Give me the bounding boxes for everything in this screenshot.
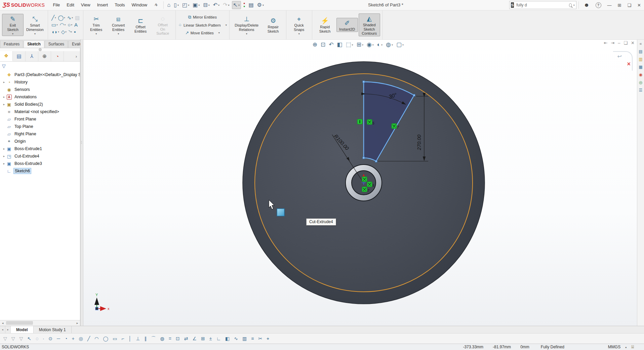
- move-entities-button[interactable]: ↗ Move Entities ▾: [184, 30, 221, 36]
- tree-horizontal-scrollbar[interactable]: ◂ ▸: [0, 320, 80, 326]
- chevron-down-icon[interactable]: ▾: [71, 24, 72, 26]
- chevron-down-icon[interactable]: ▾: [218, 31, 220, 34]
- grid-snap-icon[interactable]: ⊞: [201, 336, 205, 341]
- tree-material[interactable]: ≡Material <not specified>: [0, 108, 80, 115]
- chevron-down-icon[interactable]: ▾: [298, 32, 300, 35]
- tree-annotations[interactable]: ▸AAnnotations: [0, 93, 80, 101]
- tab-sketch[interactable]: Sketch: [24, 40, 44, 48]
- status-units[interactable]: MMGS ▴ ⌸: [608, 344, 634, 350]
- snap-midpoints-icon[interactable]: ─: [57, 336, 60, 341]
- tab-scroll-right-icon[interactable]: ▸: [5, 326, 11, 333]
- pane-left-icon[interactable]: ⇤: [604, 40, 607, 45]
- panel-viewport-splitter[interactable]: ⁞: [80, 40, 83, 326]
- chevron-down-icon[interactable]: ▾: [188, 4, 189, 7]
- trim-entities-button[interactable]: ✂ Trim Entities ▾: [85, 14, 107, 36]
- menu-window[interactable]: Window: [128, 0, 151, 10]
- tree-top-plane[interactable]: ▱Top Plane: [0, 123, 80, 130]
- section-view-icon[interactable]: ◧: [336, 41, 343, 48]
- collapse-pane-icon[interactable]: «: [640, 42, 642, 46]
- fillet-tool-icon[interactable]: ◝▾: [68, 29, 73, 35]
- filter-edges-icon[interactable]: ▽: [11, 336, 15, 341]
- chevron-down-icon[interactable]: ▾: [55, 16, 56, 19]
- pin-icon[interactable]: ⚑: [153, 2, 159, 8]
- snap-length-icon[interactable]: ±: [209, 336, 212, 341]
- tree-sensors[interactable]: ◉Sensors: [0, 86, 80, 93]
- graphics-viewport[interactable]: R100.00 30° 270.00 5757 Y x: [83, 40, 644, 326]
- select-icon[interactable]: ↖▾: [232, 1, 241, 9]
- chevron-down-icon[interactable]: ▾: [34, 32, 36, 35]
- point-tool-icon[interactable]: ▪: [73, 29, 76, 35]
- apply-scene-icon[interactable]: ◍▾: [385, 41, 394, 48]
- polygon-tool-icon[interactable]: ◇▾: [61, 29, 67, 35]
- scroll-right-icon[interactable]: ▸: [75, 321, 80, 325]
- exit-sketch-corner-icon[interactable]: ↩: [617, 53, 622, 60]
- edit-appearance-icon[interactable]: ◐▾: [376, 41, 384, 48]
- help-icon[interactable]: ?: [593, 0, 604, 10]
- units-value[interactable]: MMGS: [608, 345, 620, 349]
- minimize-button[interactable]: —: [604, 0, 615, 10]
- chevron-down-icon[interactable]: ▾: [352, 43, 353, 46]
- circle-tool-icon[interactable]: ◯▾: [57, 15, 66, 21]
- ortho-mode-icon[interactable]: ∟: [216, 336, 221, 341]
- lasso-select-icon[interactable]: ◌: [36, 336, 38, 341]
- expand-arrow-icon[interactable]: ▸: [2, 154, 6, 158]
- convert-entities-button[interactable]: ⧈ Convert Entities ▾: [108, 14, 129, 36]
- display-delete-relations-button[interactable]: ⊥ Display/Delete Relations ▾: [232, 14, 262, 36]
- scene-icon[interactable]: ◎: [639, 80, 642, 84]
- tree-cut-extrude4[interactable]: ▸◳Cut-Extrude4: [0, 152, 80, 160]
- tree-boss-extrude3[interactable]: ▸▣Boss-Extrude3: [0, 160, 80, 167]
- chevron-down-icon[interactable]: ▾: [65, 24, 66, 26]
- expand-arrow-icon[interactable]: ▸: [2, 80, 6, 84]
- offset-tool-icon[interactable]: ≡: [251, 336, 254, 341]
- chevron-down-icon[interactable]: ▾: [65, 31, 67, 33]
- chevron-down-icon[interactable]: ▾: [64, 16, 65, 19]
- save-icon[interactable]: ▣▾: [192, 1, 201, 9]
- instant2d-button[interactable]: ✐ Instant2D: [336, 18, 358, 32]
- undo-icon[interactable]: ↶▾: [212, 1, 220, 9]
- doc-minimize-icon[interactable]: –: [618, 40, 620, 45]
- tag-icon[interactable]: ⌸: [631, 344, 634, 350]
- chevron-down-icon[interactable]: ▾: [198, 4, 200, 7]
- search-dropdown-icon[interactable]: ▾: [573, 4, 575, 7]
- offset-entities-button[interactable]: ⊏ Offset Entities: [130, 15, 151, 34]
- smart-dimension-button[interactable]: ⤡ Smart Dimension ▾: [24, 14, 46, 36]
- plane-snap-icon[interactable]: ◧: [225, 336, 230, 341]
- chevron-down-icon[interactable]: ▾: [95, 32, 97, 35]
- measure-tool-icon[interactable]: ⌖: [267, 336, 269, 341]
- quick-snaps-button[interactable]: ⌖ Quick Snaps ▾: [288, 14, 310, 36]
- tree-boss-extrude1[interactable]: ▸▣Boss-Extrude1: [0, 145, 80, 152]
- view-settings-icon[interactable]: ▢▾: [395, 41, 405, 48]
- chevron-down-icon[interactable]: ▾: [402, 43, 404, 46]
- height-dimension-text[interactable]: 270.00: [416, 134, 422, 150]
- appearances-icon[interactable]: ◉: [639, 73, 642, 77]
- menu-tools[interactable]: Tools: [111, 0, 128, 10]
- spline-snap-icon[interactable]: ∿: [234, 336, 238, 341]
- chevron-down-icon[interactable]: ▾: [71, 31, 72, 33]
- chevron-down-icon[interactable]: ▾: [226, 24, 227, 27]
- tree-part3-root[interactable]: ❖Part3 (Default<<Default>_Display Stat: [0, 71, 80, 78]
- dimxpertmanager-tab[interactable]: ⊕: [38, 51, 51, 61]
- resize-button[interactable]: ⊞: [615, 0, 625, 10]
- redo-icon[interactable]: ↷▾: [222, 1, 230, 9]
- displaymanager-tab[interactable]: ◔: [51, 51, 64, 61]
- new-document-icon[interactable]: ▯▾: [173, 1, 180, 9]
- snap-intersections-icon[interactable]: +: [72, 336, 74, 341]
- mirror-tool-icon[interactable]: ▥: [242, 336, 247, 341]
- filter-icon[interactable]: ▽: [2, 63, 6, 69]
- account-icon[interactable]: ☻: [581, 0, 593, 10]
- scroll-left-icon[interactable]: ◂: [0, 321, 5, 325]
- zoom-to-fit-icon[interactable]: ⊕: [312, 41, 318, 48]
- chevron-down-icon[interactable]: ▾: [263, 4, 264, 7]
- rapid-sketch-button[interactable]: ⚡ Rapid Sketch: [314, 15, 336, 34]
- ellipse-tool-icon[interactable]: ○▾: [67, 22, 73, 28]
- filter-faces-icon[interactable]: ▽: [19, 336, 23, 341]
- relation-equal-icon[interactable]: =: [169, 336, 171, 341]
- motion-study-tab[interactable]: Motion Study 1: [34, 326, 72, 333]
- units-caret-icon[interactable]: ▴: [625, 346, 627, 349]
- chevron-down-icon[interactable]: ▾: [381, 43, 383, 46]
- menu-insert[interactable]: Insert: [94, 0, 112, 10]
- shaded-sketch-contours-button[interactable]: ◭ Shaded Sketch Contours: [359, 13, 380, 36]
- chevron-down-icon[interactable]: ▾: [118, 32, 119, 35]
- view-palette-icon[interactable]: ▦: [639, 65, 642, 69]
- print-icon[interactable]: ⊟▾: [202, 1, 210, 9]
